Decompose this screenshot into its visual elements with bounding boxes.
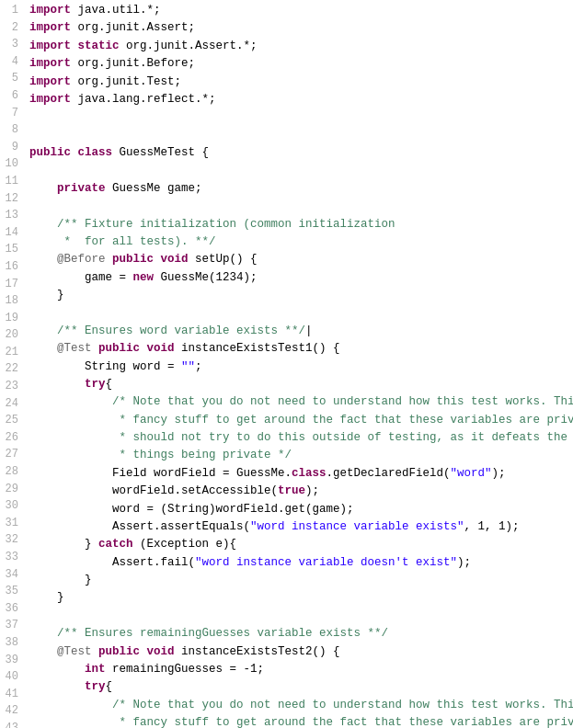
plain-token: org.junit.Assert; bbox=[71, 21, 195, 34]
kw-token: import bbox=[29, 57, 71, 70]
kw-token: import bbox=[29, 4, 71, 17]
ann-token: @Test bbox=[57, 342, 92, 355]
line-number-gutter: 1234567891011121314151617181920212223242… bbox=[0, 2, 26, 728]
kw-token: true bbox=[278, 484, 305, 497]
plain-token: org.junit.Test; bbox=[71, 75, 181, 88]
kw-token: public bbox=[98, 645, 140, 658]
plain-token: Assert.assertEquals( bbox=[29, 520, 250, 533]
plain-token bbox=[29, 342, 57, 355]
line-number: 32 bbox=[4, 531, 18, 549]
comment-token: /** Ensures word variable exists **/ bbox=[57, 324, 305, 337]
code-line: public class GuessMeTest { bbox=[29, 144, 573, 162]
code-line: import org.junit.Test; bbox=[29, 74, 573, 91]
code-line: * should not try to do this outside of t… bbox=[29, 429, 573, 447]
plain-token: String word = bbox=[29, 360, 181, 373]
comment-token: /** Ensures remainingGuesses variable ex… bbox=[57, 627, 388, 640]
code-line: import org.junit.Assert; bbox=[29, 19, 573, 37]
plain-token bbox=[29, 395, 112, 408]
plain-token bbox=[92, 342, 99, 355]
line-number: 8 bbox=[4, 121, 18, 139]
kw-token: void bbox=[147, 645, 175, 658]
line-number: 23 bbox=[4, 378, 18, 395]
plain-token bbox=[29, 663, 85, 676]
comment-token: * fancy stuff to get around the fact tha… bbox=[120, 414, 573, 427]
line-number: 18 bbox=[4, 292, 18, 310]
line-number: 3 bbox=[4, 36, 18, 53]
plain-token bbox=[29, 182, 57, 195]
line-number: 19 bbox=[4, 310, 18, 327]
kw-token: private bbox=[57, 182, 106, 195]
code-line bbox=[29, 608, 573, 625]
line-number: 13 bbox=[4, 207, 18, 224]
code-line: import java.lang.reflect.*; bbox=[29, 91, 573, 108]
plain-token bbox=[29, 449, 120, 461]
kw-token: import bbox=[29, 93, 71, 106]
plain-token: java.util.*; bbox=[71, 4, 161, 17]
line-number: 41 bbox=[4, 686, 18, 703]
code-content[interactable]: import java.util.*;import org.junit.Asse… bbox=[26, 2, 573, 728]
plain-token bbox=[92, 645, 99, 658]
kw-token: public bbox=[112, 253, 154, 266]
plain-token: .getDeclaredField( bbox=[327, 467, 451, 480]
line-number: 36 bbox=[4, 600, 18, 618]
line-number: 33 bbox=[4, 549, 18, 566]
plain-token: ); bbox=[457, 556, 471, 569]
plain-token bbox=[71, 146, 78, 159]
code-line: int remainingGuesses = -1; bbox=[29, 661, 573, 678]
line-number: 40 bbox=[4, 668, 18, 686]
kw-token: void bbox=[161, 253, 189, 266]
plain-token: wordField.setAccessible( bbox=[29, 484, 278, 497]
line-number: 31 bbox=[4, 515, 18, 532]
plain-token: instanceExistsTest2() { bbox=[175, 645, 340, 658]
code-line: @Test public void instanceExistsTest1() … bbox=[29, 340, 573, 358]
line-number: 20 bbox=[4, 326, 18, 344]
line-number: 42 bbox=[4, 702, 18, 720]
code-line: /** Fixture initialization (common initi… bbox=[29, 216, 573, 233]
str-token: "word instance variable doesn't exist" bbox=[195, 556, 457, 569]
line-number: 26 bbox=[4, 429, 18, 447]
kw-token: try bbox=[85, 378, 106, 391]
plain-token: | bbox=[305, 324, 313, 337]
kw-token: import static bbox=[29, 40, 120, 52]
plain-token: setUp() { bbox=[189, 253, 258, 266]
code-line: Assert.assertEquals("word instance varia… bbox=[29, 518, 573, 536]
code-line: word = (String)wordField.get(game); bbox=[29, 501, 573, 518]
code-line: } bbox=[29, 287, 573, 304]
plain-token: ); bbox=[492, 467, 506, 480]
line-number: 43 bbox=[4, 720, 18, 728]
plain-token: Assert.fail( bbox=[29, 556, 195, 569]
plain-token bbox=[29, 378, 85, 391]
line-number: 11 bbox=[4, 173, 18, 190]
line-number: 7 bbox=[4, 105, 18, 122]
kw-token: class bbox=[78, 146, 113, 159]
code-line: Field wordField = GuessMe.class.getDecla… bbox=[29, 465, 573, 483]
code-line: wordField.setAccessible(true); bbox=[29, 483, 573, 500]
code-line: * fancy stuff to get around the fact tha… bbox=[29, 714, 573, 728]
code-line bbox=[29, 127, 573, 144]
plain-token: { bbox=[106, 378, 113, 391]
plain-token: ); bbox=[305, 484, 319, 497]
plain-token: } bbox=[29, 574, 92, 586]
kw-token: public bbox=[98, 342, 140, 355]
code-line: String word = ""; bbox=[29, 358, 573, 376]
str-token: "" bbox=[181, 360, 195, 373]
plain-token bbox=[29, 235, 57, 248]
str-token: "word" bbox=[451, 467, 492, 480]
kw-token: import bbox=[29, 75, 71, 88]
plain-token bbox=[140, 342, 147, 355]
line-number: 22 bbox=[4, 360, 18, 378]
comment-token: /* Note that you do not need to understa… bbox=[112, 699, 573, 711]
plain-token bbox=[29, 253, 57, 266]
plain-token: java.lang.reflect.*; bbox=[71, 93, 216, 106]
plain-token: } bbox=[29, 289, 64, 301]
kw-token: class bbox=[292, 467, 327, 480]
line-number: 28 bbox=[4, 463, 18, 481]
code-line: /* Note that you do not need to understa… bbox=[29, 697, 573, 714]
plain-token: GuessMeTest { bbox=[112, 146, 209, 159]
kw-token: try bbox=[85, 680, 106, 693]
plain-token: (Exception e){ bbox=[133, 538, 237, 551]
code-line: } bbox=[29, 572, 573, 589]
kw-token: catch bbox=[98, 538, 133, 551]
line-number: 16 bbox=[4, 258, 18, 276]
line-number: 30 bbox=[4, 497, 18, 515]
